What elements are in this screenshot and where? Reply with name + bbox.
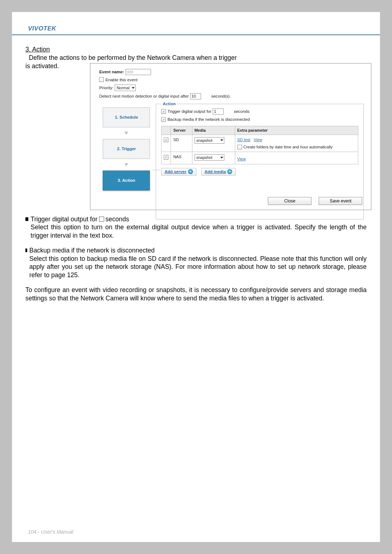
- plus-icon: +: [227, 169, 232, 174]
- page-content: 3. Action is activated. Define the actio…: [12, 35, 380, 302]
- brand-label: VIVOTEK: [28, 25, 56, 32]
- action-legend: Action: [161, 101, 177, 107]
- section-title: 3. Action: [25, 45, 59, 54]
- row-server: NAS: [171, 152, 192, 164]
- add-media-label: Add media: [205, 169, 226, 175]
- row-media-value: snapshot: [196, 155, 213, 160]
- bullet-icon: [25, 249, 27, 252]
- create-folders-checkbox[interactable]: [237, 145, 242, 149]
- table-header-row: Server Media Extra parameter: [162, 126, 358, 135]
- table-row: ✓ NAS snapshot: [162, 152, 358, 164]
- priority-label: Priority:: [99, 85, 113, 91]
- row-server: SD: [171, 135, 192, 152]
- dialog-buttons: Close Save event: [268, 197, 362, 205]
- add-media-button[interactable]: Add media +: [201, 168, 236, 176]
- bullet-item: Backup media if the network is disconnec…: [25, 246, 367, 279]
- trigger-output-after: seconds: [234, 109, 249, 114]
- trigger-output-before: Trigger digital output for: [167, 109, 211, 114]
- row-nas-checkbox[interactable]: ✓: [164, 155, 168, 160]
- bullet-1-desc: Select this option to turn on the extern…: [30, 223, 367, 240]
- bullet-2-desc: Select this option to backup media file …: [29, 255, 367, 279]
- arrow-down-icon: [124, 132, 128, 135]
- create-folders-label: Create folders by date time and hour aut…: [244, 144, 333, 149]
- chevron-down-icon: [220, 157, 223, 159]
- page-header: VIVOTEK: [12, 12, 380, 35]
- sd-test-link[interactable]: SD test: [237, 138, 250, 142]
- action-table: Server Media Extra parameter ✓ SD: [161, 126, 358, 164]
- save-event-button[interactable]: Save event: [319, 197, 362, 205]
- col-extra: Extra parameter: [235, 126, 358, 135]
- col-media: Media: [192, 126, 235, 135]
- enable-event-checkbox[interactable]: [99, 77, 104, 82]
- step-trigger[interactable]: 2. Trigger: [103, 139, 150, 159]
- arrow-down-icon: [124, 163, 128, 166]
- wizard-steps: 1. Schedule 2. Trigger 3. Action: [99, 104, 154, 219]
- section-intro-1: Define the actions to be performed by th…: [29, 54, 371, 62]
- enable-event-label: Enable this event: [105, 77, 137, 83]
- row-media-select[interactable]: snapshot: [195, 137, 225, 144]
- step-action[interactable]: 3. Action: [103, 171, 150, 190]
- bullet-2-title: Backup media if the network is disconnec…: [29, 246, 367, 255]
- event-dialog: Event name: ddd Enable this event Priori…: [90, 63, 371, 210]
- row-sd-checkbox[interactable]: ✓: [164, 138, 168, 142]
- step-schedule[interactable]: 1. Schedule: [103, 107, 150, 127]
- plus-icon: +: [188, 169, 193, 174]
- detect-label-after: second(s).: [211, 94, 231, 99]
- row-media-select[interactable]: snapshot: [195, 154, 225, 161]
- trigger-output-checkbox[interactable]: ✓: [161, 109, 166, 114]
- bullet-1-title-before: Trigger digital output for: [30, 215, 97, 223]
- add-server-button[interactable]: Add server +: [161, 168, 196, 176]
- event-name-label: Event name:: [99, 69, 124, 75]
- event-name-input[interactable]: ddd: [126, 69, 151, 75]
- page: VIVOTEK 3. Action is activated. Define t…: [12, 12, 380, 542]
- backup-media-label: Backup media if the network is disconnec…: [167, 117, 250, 122]
- close-button[interactable]: Close: [268, 197, 311, 205]
- bullet-icon: [25, 217, 28, 221]
- row-media-value: snapshot: [196, 138, 213, 143]
- closing-paragraph: To configure an event with video recordi…: [25, 286, 367, 303]
- priority-value: Normal: [117, 85, 129, 90]
- view-link[interactable]: View: [254, 138, 262, 142]
- page-footer: 104 - User's Manual: [28, 529, 73, 535]
- chevron-down-icon: [220, 139, 223, 141]
- bullet-list: Trigger digital output for seconds Selec…: [25, 215, 367, 279]
- section-intro-2: is activated.: [25, 62, 59, 70]
- add-server-label: Add server: [164, 169, 186, 175]
- detect-interval-input[interactable]: 10: [190, 93, 201, 99]
- priority-select[interactable]: Normal: [115, 85, 135, 91]
- view-link[interactable]: View: [237, 157, 246, 161]
- col-server: Server: [171, 126, 192, 135]
- detect-label-before: Detect next motion detection or digital …: [99, 94, 189, 99]
- chevron-down-icon: [132, 87, 135, 89]
- backup-media-checkbox[interactable]: ✓: [161, 117, 166, 122]
- trigger-output-seconds-input[interactable]: 1: [213, 108, 224, 115]
- table-row: ✓ SD snapshot: [162, 135, 358, 152]
